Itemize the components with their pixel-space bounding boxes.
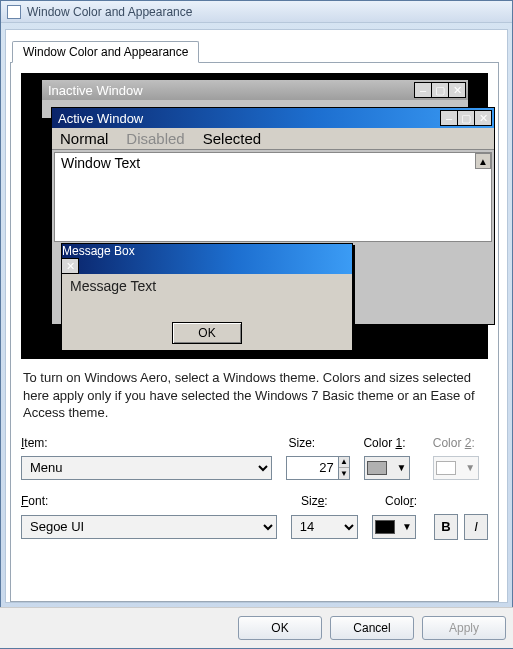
font-color-swatch [375, 520, 395, 534]
size-input[interactable] [286, 456, 337, 480]
inactive-title-text: Inactive Window [48, 83, 143, 98]
close-icon: ✕ [474, 110, 492, 126]
size-spinner[interactable]: ▲▼ [286, 456, 350, 480]
chevron-down-icon: ▼ [462, 462, 478, 473]
description-text: To turn on Windows Aero, select a Window… [23, 369, 486, 422]
minimize-icon: – [414, 82, 432, 98]
chevron-down-icon: ▼ [393, 462, 409, 473]
cancel-button[interactable]: Cancel [330, 616, 414, 640]
item-label: Item: [21, 436, 274, 450]
dialog-window: Window Color and Appearance Window Color… [0, 0, 513, 649]
app-icon [7, 5, 21, 19]
menu-disabled: Disabled [126, 130, 184, 147]
tab-strip: Window Color and Appearance [8, 38, 499, 62]
active-titlebar: Active Window – ▢ ✕ [52, 108, 494, 128]
font-color-label: Color: [385, 494, 435, 508]
active-title-text: Active Window [58, 111, 143, 126]
msgbox-text: Message Text [70, 278, 156, 294]
tab-body: Inactive Window – ▢ ✕ Active Window – [10, 62, 499, 602]
preview-area: Inactive Window – ▢ ✕ Active Window – [21, 73, 488, 359]
apply-button[interactable]: Apply [422, 616, 506, 640]
color2-picker: ▼ [433, 456, 479, 480]
menu-selected: Selected [203, 130, 261, 147]
inactive-titlebar: Inactive Window – ▢ ✕ [42, 80, 468, 100]
msgbox-title: Message Box [62, 244, 135, 258]
msgbox-body: Message Text [62, 274, 352, 298]
font-select[interactable]: Segoe UI [21, 515, 277, 539]
bold-button[interactable]: B [434, 514, 458, 540]
preview-menu-bar[interactable]: Normal Disabled Selected [52, 128, 494, 150]
tab-window-color[interactable]: Window Color and Appearance [12, 41, 199, 63]
font-label: Font: [21, 494, 287, 508]
preview-message-box[interactable]: Message Box ✕ Message Text OK [61, 243, 353, 351]
color2-label: Color 2: [433, 436, 488, 450]
msgbox-titlebar: Message Box ✕ [62, 244, 352, 274]
window-text: Window Text [61, 155, 140, 171]
scroll-up-icon[interactable]: ▲ [475, 153, 491, 169]
content-frame: Window Color and Appearance Inactive Win… [5, 29, 508, 603]
close-icon: ✕ [61, 258, 79, 274]
italic-button[interactable]: I [464, 514, 488, 540]
maximize-icon: ▢ [457, 110, 475, 126]
dialog-button-bar: OK Cancel Apply [0, 607, 513, 648]
color1-picker[interactable]: ▼ [364, 456, 410, 480]
titlebar[interactable]: Window Color and Appearance [1, 1, 512, 23]
chevron-down-icon: ▼ [399, 521, 415, 532]
tab-label: Window Color and Appearance [23, 45, 188, 59]
msgbox-ok-button[interactable]: OK [172, 322, 242, 344]
ok-button[interactable]: OK [238, 616, 322, 640]
color2-swatch [436, 461, 456, 475]
spin-up-icon[interactable]: ▲ [339, 457, 350, 469]
font-color-picker[interactable]: ▼ [372, 515, 416, 539]
close-icon: ✕ [448, 82, 466, 98]
color1-swatch [367, 461, 387, 475]
window-title: Window Color and Appearance [27, 5, 192, 19]
color1-label: Color 1: [363, 436, 418, 450]
menu-normal: Normal [60, 130, 108, 147]
item-select[interactable]: Menu [21, 456, 272, 480]
size-label: Size: [288, 436, 349, 450]
minimize-icon: – [440, 110, 458, 126]
spin-down-icon[interactable]: ▼ [339, 468, 350, 479]
preview-text-area[interactable]: Window Text ▲ [54, 152, 492, 242]
font-size-label: Size: [301, 494, 371, 508]
maximize-icon: ▢ [431, 82, 449, 98]
font-size-select[interactable]: 14 [291, 515, 358, 539]
